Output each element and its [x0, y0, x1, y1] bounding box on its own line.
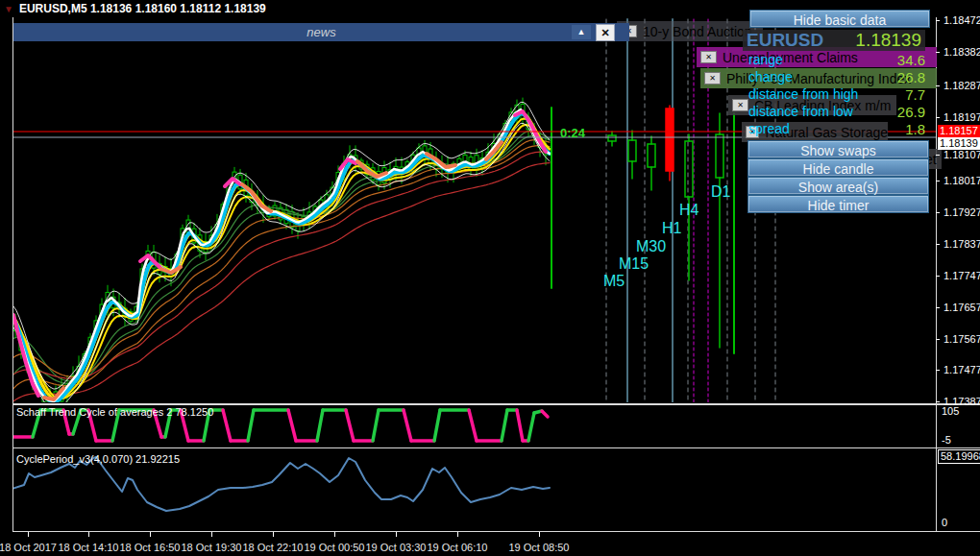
time-axis-tick	[539, 532, 540, 537]
price-axis-tick	[936, 244, 940, 245]
data-row-value: 7.7	[905, 86, 925, 103]
price-axis-label: 1.18382	[943, 46, 980, 58]
cycleperiod-indicator-label: CyclePeriod_v3(4,0.070) 21.92215	[16, 453, 180, 465]
schaff-scale-bottom: -5	[942, 434, 951, 446]
news-envelope-icon: ✕	[704, 72, 721, 85]
price-axis-label: 1.17567	[943, 333, 980, 345]
hide-candle-button[interactable]: Hide candle	[747, 158, 929, 177]
price-value: 1.18139	[855, 30, 925, 51]
price-axis-tick	[936, 117, 940, 118]
data-row-value: 26.9	[897, 104, 925, 120]
price-axis-tick	[936, 401, 940, 402]
price-axis-label: 1.18472	[943, 14, 980, 26]
price-axis-tick	[936, 20, 940, 21]
bid-price-box: 1.18139	[938, 137, 980, 150]
time-axis-tick	[396, 532, 397, 537]
data-row-label: change	[748, 69, 793, 85]
data-row-label: distance from high	[748, 86, 858, 102]
time-axis-label: 18 Oct 14:10	[59, 542, 119, 553]
news-event-text: 10-y Bond Auction	[643, 24, 752, 39]
data-row-label: spread	[748, 121, 790, 136]
timeframe-label-d1: D1	[711, 183, 730, 201]
show-swaps-button[interactable]: Show swaps	[747, 140, 929, 158]
news-envelope-icon: ✕	[700, 51, 717, 63]
time-axis-label: 18 Oct 2017	[0, 542, 57, 553]
price-axis-label: 1.17657	[943, 302, 980, 313]
price-axis-label: 1.17837	[943, 238, 980, 250]
basic-data-header: EURUSD 1.18139	[743, 30, 925, 51]
data-row-label: distance from low	[748, 104, 853, 119]
price-axis-tick	[936, 307, 940, 308]
price-axis-label: 1.17747	[943, 270, 980, 281]
timeframe-label-m30: M30	[636, 238, 666, 255]
cycleperiod-panel[interactable]	[3, 457, 550, 511]
chart-title: ▼EURUSD,M5 1.18136 1.18160 1.18112 1.181…	[4, 2, 266, 15]
price-axis-label: 1.18017	[943, 175, 980, 186]
symbol-label: EURUSD	[743, 30, 823, 51]
data-row-change: change26.8	[748, 68, 925, 85]
symbol-ohlc-text: EURUSD,M5 1.18136 1.18160 1.18112 1.1813…	[19, 2, 266, 15]
timeframe-label-h1: H1	[662, 220, 681, 237]
cycle-scale-bottom: 0	[942, 517, 947, 528]
mt4-chart-window: ▼EURUSD,M5 1.18136 1.18160 1.18112 1.181…	[0, 0, 980, 556]
time-axis-label: 19 Oct 00:50	[305, 542, 365, 553]
show-areas-button[interactable]: Show area(s)	[747, 177, 929, 195]
price-axis-label: 1.18197	[943, 111, 980, 123]
time-axis-tick	[211, 532, 212, 537]
chart-left-border	[12, 17, 13, 532]
hide-timer-button[interactable]: Hide timer	[747, 195, 929, 213]
data-row-value: 1.8	[905, 121, 925, 137]
price-axis-tick	[936, 85, 940, 86]
time-axis-label: 19 Oct 06:10	[428, 542, 488, 553]
close-icon[interactable]: ✕	[596, 24, 615, 41]
time-axis-tick	[273, 532, 274, 537]
ask-price-box: 1.18157	[938, 125, 980, 137]
bottom-border	[12, 531, 980, 532]
data-row-value: 34.6	[897, 52, 925, 68]
price-axis-tick	[936, 181, 940, 181]
price-axis-label: 1.18107	[943, 149, 980, 160]
price-axis-label: 1.17387	[943, 396, 980, 407]
timeframe-label-h4: H4	[679, 202, 698, 219]
time-axis-label: 19 Oct 08:50	[509, 542, 570, 553]
price-axis-tick	[936, 155, 940, 156]
time-axis-tick	[457, 532, 458, 537]
time-axis-tick	[28, 532, 29, 537]
panel-separator-1[interactable]	[12, 403, 980, 405]
cycle-value-box: 58.19968	[938, 449, 980, 464]
timeframe-label-m15: M15	[619, 255, 649, 273]
data-row-spread: spread1.8	[748, 120, 925, 137]
price-axis-border	[936, 17, 937, 532]
data-row-value: 26.8	[897, 69, 925, 85]
time-axis-tick	[88, 532, 89, 537]
news-event-label: ✕10-y Bond Auction	[617, 21, 763, 41]
time-axis-label: 18 Oct 22:10	[243, 542, 304, 553]
time-axis-label: 18 Oct 16:50	[120, 542, 181, 553]
hide-basic-data-button[interactable]: Hide basic data	[749, 10, 930, 28]
time-axis-tick	[334, 532, 335, 537]
price-axis-tick	[936, 370, 940, 371]
time-axis-label: 19 Oct 03:30	[366, 542, 427, 553]
panel-separator-2[interactable]	[12, 447, 980, 448]
news-envelope-icon: ✕	[732, 99, 748, 111]
candle-countdown-timer: 0:24	[560, 126, 585, 140]
time-axis-label: 18 Oct 19:30	[182, 542, 242, 553]
data-row-distance-from-low: distance from low26.9	[748, 103, 925, 120]
data-row-label: range	[748, 52, 783, 67]
schaff-indicator-label: Schaff Trend Cycle of averages 2 78.1250	[16, 406, 213, 418]
data-row-range: range34.6	[748, 51, 925, 68]
price-axis-tick	[936, 339, 940, 340]
timeframe-label-m5: M5	[603, 273, 625, 290]
price-axis-tick	[936, 52, 940, 53]
news-banner[interactable]: news ▲ ✕	[13, 23, 629, 41]
time-axis-tick	[150, 532, 151, 537]
minimize-icon[interactable]: ▲	[572, 25, 591, 39]
news-banner-label: news	[13, 25, 629, 39]
price-axis-label: 1.17927	[943, 206, 980, 218]
price-axis-label: 1.17477	[943, 364, 980, 375]
main-chart-area[interactable]	[13, 19, 775, 412]
data-row-distance-from-high: distance from high7.7	[748, 85, 925, 103]
price-axis-label: 1.18287	[943, 80, 980, 91]
price-axis-tick	[936, 276, 940, 277]
dropdown-triangle-icon[interactable]: ▼	[4, 4, 13, 14]
